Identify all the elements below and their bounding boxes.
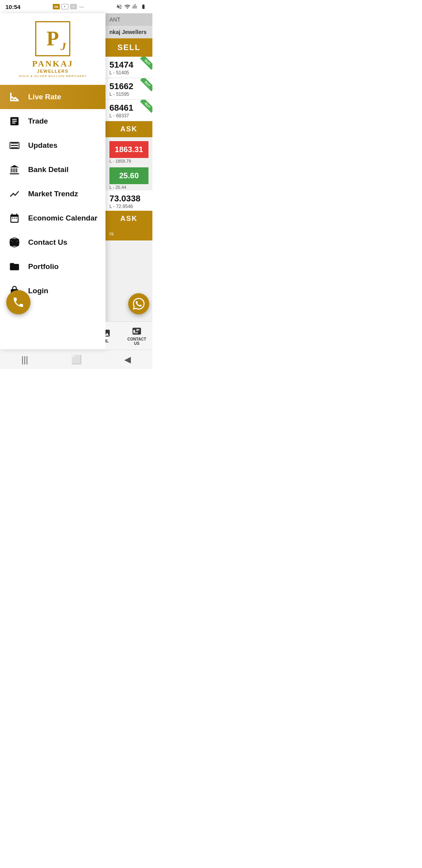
- price-row-1: 51474 L - 51405: [106, 57, 152, 78]
- contact-us-label: Contact Us: [28, 238, 67, 247]
- price-box-red: 1863.31: [109, 141, 148, 158]
- buy-badge-2: [137, 78, 152, 94]
- updates-label: Updates: [28, 141, 57, 150]
- logo-p-letter: P: [46, 29, 59, 49]
- android-back-button[interactable]: ◀: [124, 355, 131, 365]
- trade-icon: [8, 115, 21, 128]
- logo-j-letter: J: [61, 40, 66, 53]
- nav-item-portfolio[interactable]: Portfolio: [0, 255, 106, 279]
- logo-brand-name: PANKAJ: [32, 59, 73, 69]
- price-low-green: L - 25.44: [107, 184, 151, 190]
- android-recents-button[interactable]: |||: [21, 355, 28, 365]
- nav-item-bank-detail[interactable]: Bank Detail: [0, 158, 106, 182]
- nav-item-live-rate[interactable]: Live Rate: [0, 85, 106, 109]
- price-row-2: 51662 L - 51595: [106, 78, 152, 100]
- portfolio-icon: [8, 260, 21, 273]
- rp-ask-button-1[interactable]: ASK: [106, 121, 152, 137]
- rp-sell-button[interactable]: SELL: [106, 38, 152, 57]
- updates-icon: [8, 139, 21, 152]
- logo-box: P J: [35, 21, 70, 56]
- fab-phone-button[interactable]: [6, 290, 30, 314]
- green-price-container: 25.60 L - 25.44: [106, 164, 152, 190]
- signal-icon: [132, 4, 138, 9]
- battery-icon: [140, 4, 147, 9]
- price-box-green: 25.60: [109, 167, 148, 184]
- nav-item-trade[interactable]: Trade: [0, 109, 106, 133]
- contact-tab-icon: [132, 326, 142, 336]
- bottom-tab-ail[interactable]: AIL: [106, 322, 121, 350]
- android-home-button[interactable]: ⬜: [71, 355, 82, 365]
- status-time: 10:54: [5, 4, 20, 10]
- mute-icon: [116, 4, 122, 10]
- portfolio-label: Portfolio: [28, 262, 59, 271]
- price-neutral-main: 73.0338: [109, 194, 148, 204]
- ail-icon: [106, 328, 111, 338]
- main-layout: P J PANKAJ JEWELLERS GOLD & SILVER BULLI…: [0, 13, 152, 350]
- rp-header-text: ANT: [109, 16, 120, 23]
- red-price-container: 1863.31 L - 1859.79: [106, 137, 152, 164]
- price-low-red: L - 1859.79: [107, 158, 151, 164]
- bottom-tab-contact-us[interactable]: CONTACT US: [121, 322, 152, 350]
- live-rate-label: Live Rate: [28, 93, 61, 101]
- buy-badge-1: [137, 57, 152, 72]
- economic-calendar-icon: [8, 212, 21, 225]
- price-neutral-container: 73.0338 L - 72.9546: [106, 190, 152, 211]
- rp-header: ANT: [106, 13, 152, 26]
- economic-calendar-label: Economic Calendar: [28, 214, 97, 222]
- market-trendz-icon: [8, 187, 21, 201]
- rp-merchant-name: nkaj Jewellers: [106, 26, 152, 38]
- rp-ask-button-2[interactable]: ASK: [106, 211, 152, 227]
- status-bar: 10:54 GB P KB ···: [0, 0, 152, 13]
- nav-item-updates[interactable]: Updates: [0, 133, 106, 158]
- bottom-tab-contact-label: CONTACT US: [126, 337, 148, 346]
- nav-item-contact-us[interactable]: Contact Us: [0, 230, 106, 255]
- logo-sub-name: JEWELLERS: [37, 69, 69, 74]
- drawer: P J PANKAJ JEWELLERS GOLD & SILVER BULLI…: [0, 13, 106, 350]
- nav-item-economic-calendar[interactable]: Economic Calendar: [0, 206, 106, 230]
- bottom-tab-bar: AIL CONTACT US: [106, 321, 152, 350]
- app-icons: GB P KB ···: [53, 4, 84, 10]
- phone-icon: [12, 296, 25, 308]
- rp-partial-text: rs: [106, 227, 152, 240]
- bank-detail-label: Bank Detail: [28, 165, 68, 174]
- live-rate-icon: [8, 90, 21, 104]
- price-neutral-low: L - 72.9546: [109, 204, 148, 209]
- nav-list: Live Rate Trade Updates: [0, 85, 106, 303]
- bank-detail-icon: [8, 163, 21, 176]
- android-nav-bar: ||| ⬜ ◀: [0, 350, 152, 369]
- right-panel: ANT nkaj Jewellers SELL 51474 L - 51405 …: [106, 13, 152, 350]
- trade-label: Trade: [28, 117, 48, 126]
- market-trendz-label: Market Trendz: [28, 190, 78, 198]
- bottom-tab-ail-label: AIL: [106, 339, 109, 343]
- wifi-icon: [124, 4, 131, 10]
- fab-whatsapp-button[interactable]: [128, 293, 149, 314]
- status-icons: [116, 4, 147, 10]
- price-row-3: 68461 L - 68337: [106, 100, 152, 121]
- contact-us-icon: [8, 236, 21, 249]
- drawer-logo: P J PANKAJ JEWELLERS GOLD & SILVER BULLI…: [0, 13, 106, 85]
- whatsapp-icon: [133, 298, 145, 310]
- nav-item-market-trendz[interactable]: Market Trendz: [0, 182, 106, 206]
- logo-tagline: GOLD & SILVER BULLION MERCHANT: [19, 74, 87, 78]
- buy-badge-3: [137, 100, 152, 115]
- login-label: Login: [28, 287, 48, 295]
